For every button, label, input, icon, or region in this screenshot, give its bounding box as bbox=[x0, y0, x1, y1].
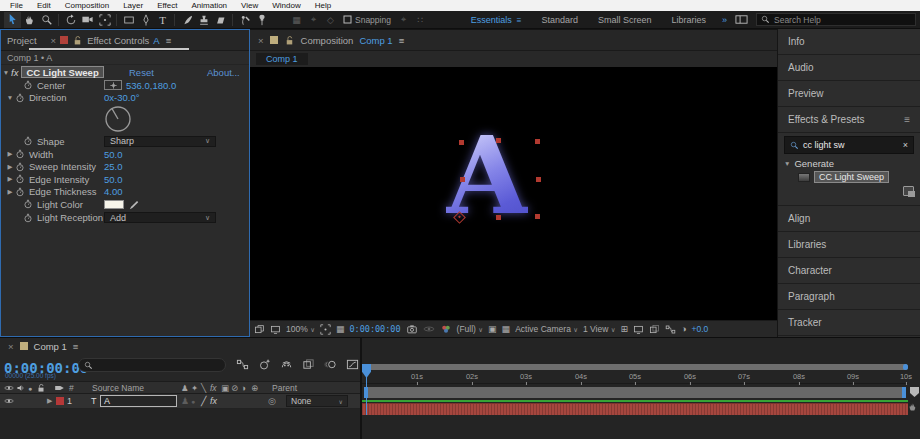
panel-menu-icon[interactable]: ≡ bbox=[166, 35, 172, 46]
sweep-intensity-value[interactable]: 25.0 bbox=[104, 161, 123, 172]
fx-badge-icon[interactable]: fx bbox=[11, 67, 18, 78]
expander-icon[interactable]: ▶ bbox=[5, 175, 15, 183]
stopwatch-icon[interactable] bbox=[15, 162, 25, 172]
clone-stamp-tool-icon[interactable] bbox=[195, 12, 212, 28]
selection-handle[interactable] bbox=[459, 140, 464, 145]
sidebar-item-character[interactable]: Character bbox=[778, 258, 920, 284]
solo-column-icon[interactable]: ● bbox=[28, 384, 32, 391]
puppet-pin-tool-icon[interactable] bbox=[253, 12, 270, 28]
exposure-icon[interactable]: ◑ bbox=[681, 324, 686, 334]
pan-behind-tool-icon[interactable] bbox=[96, 12, 113, 28]
view-layout-dropdown[interactable]: 1 View ∨ bbox=[583, 324, 616, 334]
layer-name-field[interactable]: A bbox=[100, 395, 177, 407]
expander-icon[interactable]: ▶ bbox=[5, 163, 15, 171]
resolution-dropdown[interactable]: (Full) ∨ bbox=[457, 324, 484, 334]
collapse-switch-icon[interactable]: ✦ bbox=[191, 383, 198, 393]
roto-brush-tool-icon[interactable] bbox=[236, 12, 253, 28]
panel-menu-icon[interactable]: ≡ bbox=[399, 35, 405, 46]
width-value[interactable]: 50.0 bbox=[104, 149, 123, 160]
effects-group-generate[interactable]: ▼ Generate bbox=[778, 157, 920, 170]
layer-label-color[interactable] bbox=[56, 397, 64, 405]
menu-animation[interactable]: Animation bbox=[184, 1, 234, 10]
parent-pickwhip-icon[interactable]: ◎ bbox=[268, 396, 276, 406]
menu-view[interactable]: View bbox=[234, 1, 265, 10]
reset-button[interactable]: Reset bbox=[129, 67, 154, 78]
composition-viewport[interactable]: A bbox=[250, 67, 777, 320]
parent-column[interactable]: Parent bbox=[272, 383, 297, 393]
stopwatch-icon[interactable] bbox=[15, 174, 25, 184]
video-column-icon[interactable] bbox=[4, 383, 14, 393]
rotation-tool-icon[interactable] bbox=[62, 12, 79, 28]
panel-menu-icon[interactable]: ≡ bbox=[73, 341, 79, 352]
close-tab-icon[interactable]: × bbox=[51, 35, 57, 46]
selection-handle[interactable] bbox=[496, 138, 501, 143]
draft-3d-icon[interactable] bbox=[258, 358, 271, 371]
selection-handle[interactable] bbox=[496, 215, 501, 220]
pen-tool-icon[interactable] bbox=[137, 12, 154, 28]
motion-blur-icon[interactable] bbox=[324, 358, 337, 371]
color-swatch[interactable] bbox=[104, 200, 124, 209]
comp-breadcrumb-tab[interactable]: Comp 1 bbox=[256, 53, 308, 65]
sidebar-item-libraries[interactable]: Libraries bbox=[778, 232, 920, 258]
quality-switch-icon[interactable]: ╲ bbox=[201, 383, 206, 393]
threed-switch-icon[interactable]: ⊕ bbox=[251, 383, 258, 393]
comp-flowchart-icon[interactable] bbox=[665, 324, 676, 335]
sidebar-item-effects-presets[interactable]: Effects & Presets ≡ bbox=[778, 107, 920, 133]
selection-handle[interactable] bbox=[535, 139, 540, 144]
stopwatch-icon[interactable] bbox=[23, 199, 33, 209]
menu-effect[interactable]: Effect bbox=[150, 1, 184, 10]
layer-duration-bar[interactable] bbox=[362, 403, 908, 415]
pixel-aspect-icon[interactable] bbox=[633, 324, 644, 335]
parent-dropdown[interactable]: None ∨ bbox=[286, 395, 348, 407]
layer-quality-switch[interactable]: ╱ bbox=[201, 396, 206, 406]
lock-icon[interactable] bbox=[284, 35, 295, 46]
snapping-checkbox-icon[interactable] bbox=[343, 15, 352, 24]
sidebar-item-audio[interactable]: Audio bbox=[778, 55, 920, 81]
sidebar-item-paragraph[interactable]: Paragraph bbox=[778, 284, 920, 310]
type-tool-icon[interactable]: T bbox=[154, 12, 171, 28]
tab-project[interactable]: Project bbox=[7, 35, 37, 46]
layer-expander-icon[interactable]: ▶ bbox=[47, 397, 52, 405]
source-name-column[interactable]: Source Name bbox=[92, 383, 144, 393]
hide-shy-layers-icon[interactable] bbox=[280, 358, 293, 371]
timeline-search-box[interactable] bbox=[78, 358, 226, 372]
frame-blend-switch-icon[interactable]: ▣ bbox=[221, 383, 229, 393]
shy-switch-icon[interactable]: ♟ bbox=[181, 383, 189, 393]
new-preset-icon[interactable] bbox=[903, 186, 914, 196]
snapshot-icon[interactable] bbox=[406, 323, 418, 335]
target-region-icon[interactable]: ▣ bbox=[488, 324, 497, 334]
motion-blur-switch-icon[interactable]: ⊘ bbox=[231, 383, 238, 393]
sidebar-item-align[interactable]: Align bbox=[778, 206, 920, 232]
exposure-value[interactable]: +0.0 bbox=[692, 324, 709, 334]
stopwatch-icon[interactable] bbox=[23, 213, 33, 223]
help-search-box[interactable]: Search Help bbox=[756, 13, 916, 26]
about-button[interactable]: About... bbox=[207, 67, 240, 78]
workspace-libraries[interactable]: Libraries bbox=[671, 15, 706, 25]
layer-collapse-switch[interactable]: ● bbox=[191, 398, 195, 405]
zoom-tool-icon[interactable] bbox=[38, 12, 55, 28]
effects-search-box[interactable]: cc light sw × bbox=[784, 136, 914, 154]
layer-row[interactable]: ▶ 1 T A ♟ ● ╱ fx ◎ None ∨ bbox=[0, 394, 360, 409]
work-area-bar[interactable] bbox=[364, 387, 906, 398]
workspace-small-screen[interactable]: Small Screen bbox=[598, 15, 652, 25]
sidebar-item-tracker[interactable]: Tracker bbox=[778, 310, 920, 336]
snapping-control[interactable]: Snapping bbox=[343, 15, 391, 25]
eyedropper-icon[interactable] bbox=[128, 199, 139, 210]
brush-tool-icon[interactable] bbox=[178, 12, 195, 28]
adjustment-switch-icon[interactable]: ◑ bbox=[241, 383, 246, 393]
clear-search-icon[interactable]: × bbox=[903, 140, 908, 150]
effects-search-value[interactable]: cc light sw bbox=[803, 140, 899, 150]
effects-switch-icon[interactable]: fx bbox=[210, 383, 217, 393]
camera-dropdown[interactable]: Active Camera ∨ bbox=[515, 324, 578, 334]
always-preview-icon[interactable] bbox=[254, 324, 265, 335]
grid-guides-icon[interactable]: ⊞ bbox=[621, 324, 629, 334]
hand-tool-icon[interactable] bbox=[21, 12, 38, 28]
transparency-grid-icon[interactable]: ▦ bbox=[336, 324, 345, 334]
timeline-button-icon[interactable] bbox=[649, 324, 660, 335]
menu-window[interactable]: Window bbox=[265, 1, 307, 10]
toggle-transparency-icon[interactable]: ▦ bbox=[502, 324, 511, 334]
selection-handle[interactable] bbox=[536, 177, 541, 182]
layer-shy-switch[interactable]: ♟ bbox=[181, 396, 189, 406]
pan-hand-icon[interactable] bbox=[908, 402, 918, 412]
workspace-overflow-chevron[interactable]: » bbox=[722, 15, 727, 25]
